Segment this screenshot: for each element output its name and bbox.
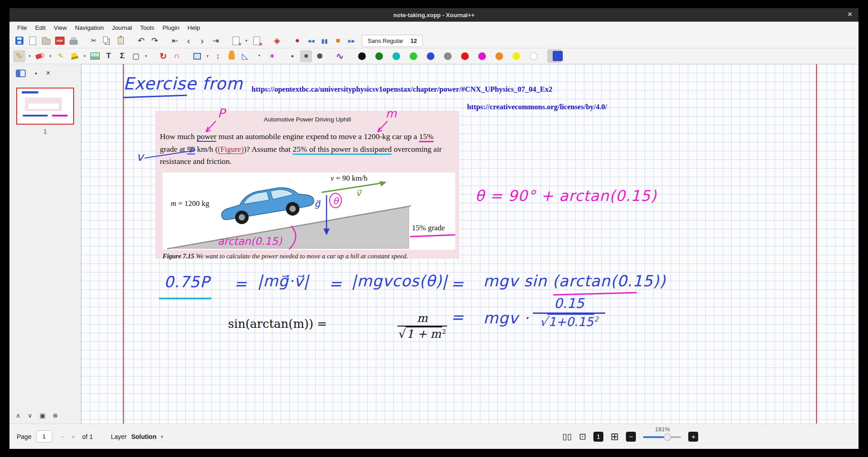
thumb-up-button[interactable]: ∧	[16, 412, 20, 419]
sidebar-dropdown[interactable]: ▾	[35, 71, 37, 76]
menu-help[interactable]: Help	[183, 23, 204, 33]
dual-page-button[interactable]: ▯▯	[562, 431, 572, 442]
sidebar-toggle-icon[interactable]	[16, 70, 26, 77]
layer-dropdown[interactable]: ▾	[161, 434, 163, 439]
color-swatch-magenta[interactable]	[478, 52, 486, 60]
stop-button[interactable]: ■	[332, 35, 344, 47]
heading-underline-stroke	[123, 95, 187, 98]
zoom-in-button[interactable]: +	[688, 432, 698, 442]
highlighter-dropdown[interactable]: ▾	[82, 50, 88, 62]
zoom-out-button[interactable]: −	[626, 432, 636, 442]
stroke-thick-button[interactable]	[313, 50, 326, 62]
hand-tool-button[interactable]	[225, 50, 238, 62]
previous-page-button[interactable]: ‹	[182, 35, 195, 47]
cut-button[interactable]: ✂	[88, 35, 100, 47]
window-close-button[interactable]: ×	[848, 10, 852, 19]
close-preview-button[interactable]: ⊗	[53, 412, 58, 419]
zoom-cluster: ▯▯ ⊡ 1 ⊞ − 181% +	[562, 424, 698, 449]
figure-7-15: v = 90 km/h v⃗ m = 1200 kg g⃗	[163, 173, 455, 250]
pen-tool-button[interactable]: ✎	[13, 50, 25, 62]
shape-tool-button[interactable]: ▢	[130, 50, 142, 62]
math-tex-button[interactable]: Σ	[116, 50, 128, 62]
current-color-button[interactable]	[553, 51, 563, 61]
zoom-slider[interactable]: 181%	[643, 430, 681, 443]
fast-forward-button[interactable]: ▶▶	[345, 35, 358, 47]
license-link[interactable]: https://creativecommons.org/licenses/by/…	[467, 103, 607, 112]
last-page-button[interactable]: ⇥	[210, 35, 222, 47]
figure-reference-link[interactable]: (Figure)	[218, 145, 243, 154]
thumb-down-button[interactable]: ∨	[28, 412, 32, 419]
print-button[interactable]	[67, 35, 79, 47]
menu-tools[interactable]: Tools	[136, 23, 159, 33]
color-swatch-green[interactable]	[375, 52, 383, 60]
color-swatch-lightgreen[interactable]	[410, 52, 417, 60]
menu-navigation[interactable]: Navigation	[71, 23, 108, 33]
export-pdf-button[interactable]: PDF	[54, 35, 66, 47]
page-decrement-button[interactable]: −	[61, 433, 64, 440]
new-document-button[interactable]	[27, 35, 39, 47]
document-canvas[interactable]: Exercise from https://opentextbc.ca/univ…	[81, 64, 859, 424]
page-number-input[interactable]	[36, 430, 52, 443]
shape-recognizer-button[interactable]: ↻	[157, 50, 169, 62]
color-swatch-black[interactable]	[358, 52, 366, 60]
text-tool-button[interactable]: T	[103, 50, 115, 62]
color-swatch-cyan[interactable]	[392, 52, 400, 60]
add-page-button[interactable]: +	[230, 35, 242, 47]
undo-button[interactable]: ↶	[135, 35, 147, 47]
pause-button[interactable]: ▮▮	[318, 35, 331, 47]
duplicate-page-button[interactable]: ▣	[40, 412, 46, 419]
ruler-tool-button[interactable]: ◺	[239, 50, 251, 62]
grid-layout-button[interactable]: ⊞	[611, 431, 619, 443]
color-swatch-blue[interactable]	[427, 52, 434, 60]
eraser-dropdown[interactable]: ▾	[47, 50, 53, 62]
color-swatch-yellow[interactable]	[513, 52, 520, 60]
menu-journal[interactable]: Journal	[108, 23, 136, 33]
first-page-button[interactable]: ⇤	[169, 35, 181, 47]
color-swatch-orange[interactable]	[495, 52, 503, 60]
menu-edit[interactable]: Edit	[31, 23, 50, 33]
copy-button[interactable]	[101, 35, 113, 47]
vertical-space-button[interactable]: ↕	[212, 50, 224, 62]
menu-plugin[interactable]: Plugin	[159, 23, 184, 33]
stroke-style-button[interactable]: ∿	[334, 50, 346, 62]
eraser-tool-button[interactable]	[34, 50, 46, 62]
open-button[interactable]	[40, 35, 52, 47]
next-page-button[interactable]: ›	[196, 35, 208, 47]
stroke-fine-button[interactable]	[286, 50, 299, 62]
snap-button[interactable]: ∩	[171, 50, 183, 62]
stroke-medium-button[interactable]	[300, 50, 312, 62]
grade-underline	[410, 235, 455, 237]
pages-per-row-button[interactable]: 1	[593, 432, 603, 442]
window-title: note-taking.xopp - Xournal++	[393, 12, 475, 19]
insert-image-button[interactable]	[89, 50, 101, 62]
zoom-slider-knob[interactable]	[664, 434, 671, 441]
layer-value[interactable]: Solution	[131, 433, 156, 440]
color-swatch-red[interactable]	[461, 52, 469, 60]
sidebar-close-button[interactable]: ×	[46, 69, 50, 77]
font-selector[interactable]: Sans Regular 12	[362, 35, 423, 47]
presentation-mode-button[interactable]: ⊡	[579, 431, 586, 442]
color-swatch-gray[interactable]	[444, 52, 452, 60]
add-page-dropdown[interactable]: ▾	[243, 35, 249, 47]
fullscreen-button[interactable]: ◈	[271, 35, 283, 47]
record-button[interactable]: ●	[291, 35, 303, 47]
highlighter-tool-button[interactable]	[68, 50, 80, 62]
rewind-button[interactable]: ◀◀	[305, 35, 317, 47]
pen-tool-dropdown[interactable]: ▾	[27, 50, 33, 62]
save-button[interactable]	[13, 35, 25, 47]
shape-dropdown[interactable]: ▾	[143, 50, 149, 62]
source-link[interactable]: https://opentextbc.ca/universityphysicsv…	[252, 85, 552, 94]
select-dropdown[interactable]: ▾	[205, 50, 210, 62]
page-thumbnail-1[interactable]	[16, 88, 74, 125]
delete-page-button[interactable]: ×	[251, 35, 263, 47]
compass-tool-button[interactable]: ◔	[252, 50, 265, 62]
redo-button[interactable]: ↷	[149, 35, 161, 47]
paste-button[interactable]	[115, 35, 127, 47]
page-increment-button[interactable]: +	[71, 433, 75, 440]
highlighter-pen-button[interactable]: ✎	[55, 50, 67, 62]
menu-view[interactable]: View	[50, 23, 71, 33]
menu-file[interactable]: File	[13, 23, 31, 33]
select-rectangle-button[interactable]	[191, 50, 203, 62]
spline-tool-button[interactable]: ✶	[266, 50, 278, 62]
color-swatch-white[interactable]	[530, 52, 537, 60]
